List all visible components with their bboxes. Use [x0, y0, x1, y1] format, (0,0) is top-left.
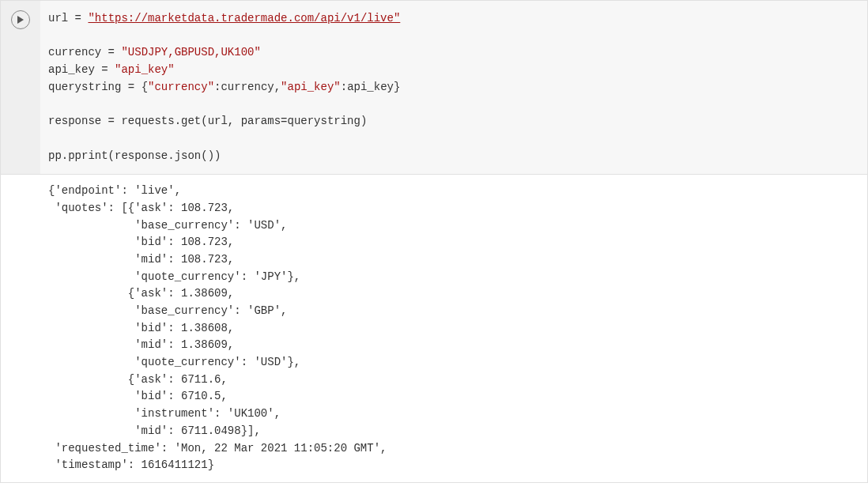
code-token: pp.pprint(response.json()) — [48, 149, 221, 162]
code-token: api_key — [48, 63, 95, 76]
code-token: "api_key" — [281, 81, 341, 93]
code-token: = — [95, 63, 115, 76]
output-gutter — [1, 175, 40, 482]
code-token: querystring — [48, 81, 121, 93]
code-token: { — [142, 81, 148, 93]
code-token: api_key — [347, 81, 394, 93]
code-token: url — [48, 12, 68, 25]
code-token: = — [68, 12, 88, 25]
output-text: {'endpoint': 'live', 'quotes': [{'ask': … — [40, 175, 867, 482]
code-token: = — [121, 81, 141, 93]
code-token: = — [101, 46, 121, 58]
code-token: = — [101, 115, 121, 127]
code-cell: url = "https://marketdata.tradermade.com… — [1, 1, 867, 175]
code-token: currency — [221, 81, 274, 93]
code-editor[interactable]: url = "https://marketdata.tradermade.com… — [40, 1, 867, 174]
code-token: "USDJPY,GBPUSD,UK100" — [121, 46, 260, 58]
code-token: response — [48, 115, 101, 127]
cell-gutter — [1, 1, 40, 174]
run-button[interactable] — [11, 10, 30, 29]
code-token: querystring) — [287, 115, 367, 127]
code-token: currency — [48, 46, 101, 58]
code-token: "currency" — [148, 81, 214, 93]
code-token: "https://marketdata.tradermade.com/api/v… — [88, 12, 400, 25]
code-token: } — [394, 81, 400, 93]
code-token: requests.get(url, params — [121, 115, 281, 127]
notebook: url = "https://marketdata.tradermade.com… — [0, 0, 868, 483]
code-token: , — [274, 81, 281, 93]
code-token: "api_key" — [115, 63, 175, 76]
output-cell: {'endpoint': 'live', 'quotes': [{'ask': … — [1, 175, 867, 482]
code-token: : — [341, 81, 347, 93]
play-icon — [17, 16, 25, 24]
